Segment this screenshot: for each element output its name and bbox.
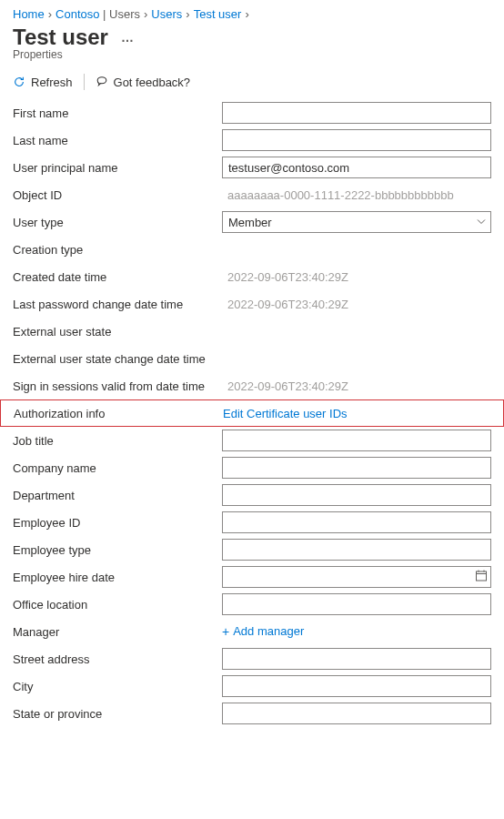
last-pw-value: 2022-09-06T23:40:29Z xyxy=(222,296,491,313)
more-actions-button[interactable]: … xyxy=(121,30,134,45)
feedback-button[interactable]: Got feedback? xyxy=(96,76,191,89)
user-type-label: User type xyxy=(13,216,222,229)
upn-input[interactable] xyxy=(222,157,491,178)
department-input[interactable] xyxy=(222,484,491,506)
refresh-icon xyxy=(13,76,25,88)
employee-id-label: Employee ID xyxy=(13,516,222,530)
breadcrumb: Home › Contoso | Users › Users › Test us… xyxy=(13,7,491,21)
user-type-select[interactable] xyxy=(222,211,491,233)
employee-type-label: Employee type xyxy=(13,543,222,557)
state-input[interactable] xyxy=(222,703,491,724)
department-label: Department xyxy=(13,489,222,502)
last-name-input[interactable] xyxy=(222,129,491,151)
refresh-label: Refresh xyxy=(31,76,73,89)
chevron-right-icon: › xyxy=(186,7,189,21)
last-name-label: Last name xyxy=(13,134,222,147)
feedback-label: Got feedback? xyxy=(114,76,191,89)
first-name-label: First name xyxy=(13,106,222,120)
chevron-right-icon: › xyxy=(245,7,248,21)
created-date-value: 2022-09-06T23:40:29Z xyxy=(222,268,491,286)
auth-info-label: Authorization info xyxy=(14,407,223,420)
breadcrumb-users[interactable]: Users xyxy=(151,7,182,21)
job-title-input[interactable] xyxy=(222,430,491,451)
user-type-input[interactable] xyxy=(222,211,491,233)
signin-sessions-value: 2022-09-06T23:40:29Z xyxy=(222,378,491,395)
toolbar: Refresh Got feedback? xyxy=(13,74,491,90)
employee-type-input[interactable] xyxy=(222,539,491,561)
first-name-input[interactable] xyxy=(222,102,491,124)
last-pw-label: Last password change date time xyxy=(13,298,222,311)
page-subtitle: Properties xyxy=(13,48,491,61)
manager-label: Manager xyxy=(13,625,222,639)
edit-certificate-ids-link[interactable]: Edit Certificate user IDs xyxy=(223,407,348,420)
ext-state-label: External user state xyxy=(13,325,222,339)
city-input[interactable] xyxy=(222,675,491,697)
job-title-label: Job title xyxy=(13,434,222,448)
breadcrumb-tenant[interactable]: Contoso xyxy=(55,7,99,21)
upn-label: User principal name xyxy=(13,161,222,175)
refresh-button[interactable]: Refresh xyxy=(13,76,73,89)
creation-type-label: Creation type xyxy=(13,243,222,257)
company-name-label: Company name xyxy=(13,461,222,475)
created-date-label: Created date time xyxy=(13,270,222,284)
employee-hire-date-label: Employee hire date xyxy=(13,571,222,584)
office-location-input[interactable] xyxy=(222,593,491,615)
object-id-value: aaaaaaaa-0000-1111-2222-bbbbbbbbbbbb xyxy=(222,187,491,204)
breadcrumb-suffix: | Users xyxy=(99,7,140,21)
plus-icon: + xyxy=(222,625,229,638)
object-id-label: Object ID xyxy=(13,188,222,202)
feedback-icon xyxy=(96,76,108,88)
employee-id-input[interactable] xyxy=(222,511,491,533)
calendar-icon[interactable] xyxy=(475,570,488,585)
breadcrumb-current[interactable]: Test user xyxy=(194,7,242,21)
page-title: Test user xyxy=(13,25,108,50)
company-name-input[interactable] xyxy=(222,457,491,479)
add-manager-link[interactable]: + Add manager xyxy=(222,624,304,638)
chevron-right-icon: › xyxy=(144,7,147,21)
city-label: City xyxy=(13,680,222,693)
breadcrumb-home[interactable]: Home xyxy=(13,7,45,21)
office-location-label: Office location xyxy=(13,598,222,612)
ext-state-change-label: External user state change date time xyxy=(13,352,222,366)
employee-hire-date-input[interactable] xyxy=(222,566,491,588)
toolbar-divider xyxy=(84,74,85,90)
chevron-right-icon: › xyxy=(48,7,52,21)
street-address-label: Street address xyxy=(13,652,222,666)
signin-sessions-label: Sign in sessions valid from date time xyxy=(13,379,222,393)
street-address-input[interactable] xyxy=(222,648,491,670)
state-label: State or province xyxy=(13,707,222,721)
add-manager-label: Add manager xyxy=(233,624,304,638)
svg-rect-0 xyxy=(477,571,487,581)
